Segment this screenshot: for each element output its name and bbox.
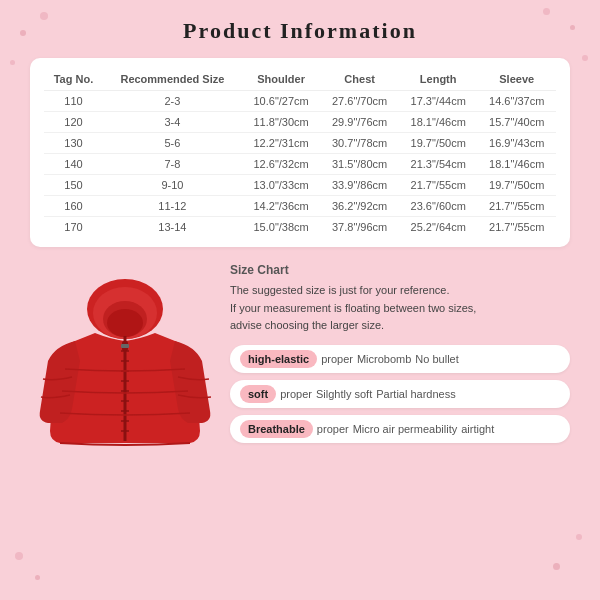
table-cell: 10.6"/27cm (242, 91, 321, 112)
table-cell: 15.7"/40cm (477, 112, 556, 133)
decoration-dot (35, 575, 40, 580)
decoration-dot (20, 30, 26, 36)
bottom-section: Size Chart The suggested size is just fo… (30, 261, 570, 501)
table-cell: 5-6 (103, 133, 242, 154)
table-header: Tag No.Recommended SizeShoulderChestLeng… (44, 68, 556, 91)
table-cell: 13-14 (103, 217, 242, 238)
decoration-dot (582, 55, 588, 61)
table-row: 16011-1214.2"/36cm36.2"/92cm23.6"/60cm21… (44, 196, 556, 217)
table-cell: 21.7"/55cm (477, 217, 556, 238)
table-cell: 170 (44, 217, 103, 238)
property-middle: proper (280, 388, 312, 400)
jacket-svg (30, 261, 220, 501)
table-row: 1305-612.2"/31cm30.7"/78cm19.7"/50cm16.9… (44, 133, 556, 154)
table-cell: 25.2"/64cm (399, 217, 478, 238)
size-table: Tag No.Recommended SizeShoulderChestLeng… (44, 68, 556, 237)
table-cell: 23.6"/60cm (399, 196, 478, 217)
table-cell: 19.7"/50cm (399, 133, 478, 154)
table-header-cell: Recommended Size (103, 68, 242, 91)
table-cell: 16.9"/43cm (477, 133, 556, 154)
decoration-dot (553, 563, 560, 570)
property-row: high-elasticproperMicrobombNo bullet (230, 345, 570, 373)
table-row: 1203-411.8"/30cm29.9"/76cm18.1"/46cm15.7… (44, 112, 556, 133)
table-cell: 3-4 (103, 112, 242, 133)
table-cell: 21.3"/54cm (399, 154, 478, 175)
page-container: Product Information Tag No.Recommended S… (0, 0, 600, 600)
table-cell: 17.3"/44cm (399, 91, 478, 112)
property-middle: proper (321, 353, 353, 365)
svg-point-3 (107, 309, 143, 337)
right-panel: Size Chart The suggested size is just fo… (230, 261, 570, 443)
decoration-dot (10, 60, 15, 65)
table-header-cell: Sleeve (477, 68, 556, 91)
table-cell: 36.2"/92cm (320, 196, 399, 217)
table-cell: 15.0"/38cm (242, 217, 321, 238)
table-cell: 27.6"/70cm (320, 91, 399, 112)
property-row: BreathableproperMicro air permeabilityai… (230, 415, 570, 443)
svg-rect-15 (121, 344, 129, 348)
table-cell: 37.8"/96cm (320, 217, 399, 238)
decoration-dot (570, 25, 575, 30)
property-item: Microbomb (357, 353, 411, 365)
size-chart-line-3: advise choosing the larger size. (230, 317, 570, 335)
property-middle: proper (317, 423, 349, 435)
size-chart-description: Size Chart The suggested size is just fo… (230, 261, 570, 335)
main-content: Product Information Tag No.Recommended S… (0, 0, 600, 519)
jacket-image (30, 261, 220, 501)
size-chart-title: Size Chart (230, 261, 570, 280)
table-cell: 120 (44, 112, 103, 133)
table-cell: 21.7"/55cm (399, 175, 478, 196)
table-cell: 29.9"/76cm (320, 112, 399, 133)
table-cell: 13.0"/33cm (242, 175, 321, 196)
table-cell: 18.1"/46cm (399, 112, 478, 133)
property-item: Partial hardness (376, 388, 456, 400)
size-chart-line-1: The suggested size is just for your refe… (230, 282, 570, 300)
table-cell: 12.6"/32cm (242, 154, 321, 175)
table-header-row: Tag No.Recommended SizeShoulderChestLeng… (44, 68, 556, 91)
table-cell: 14.2"/36cm (242, 196, 321, 217)
decoration-dot (15, 552, 23, 560)
table-cell: 12.2"/31cm (242, 133, 321, 154)
table-cell: 150 (44, 175, 103, 196)
table-header-cell: Shoulder (242, 68, 321, 91)
table-cell: 7-8 (103, 154, 242, 175)
table-body: 1102-310.6"/27cm27.6"/70cm17.3"/44cm14.6… (44, 91, 556, 238)
table-row: 1102-310.6"/27cm27.6"/70cm17.3"/44cm14.6… (44, 91, 556, 112)
table-header-cell: Chest (320, 68, 399, 91)
table-cell: 18.1"/46cm (477, 154, 556, 175)
table-cell: 11.8"/30cm (242, 112, 321, 133)
property-item: Silghtly soft (316, 388, 372, 400)
table-cell: 130 (44, 133, 103, 154)
table-header-cell: Tag No. (44, 68, 103, 91)
table-cell: 2-3 (103, 91, 242, 112)
property-row: softproperSilghtly softPartial hardness (230, 380, 570, 408)
table-row: 1509-1013.0"/33cm33.9"/86cm21.7"/55cm19.… (44, 175, 556, 196)
table-cell: 30.7"/78cm (320, 133, 399, 154)
table-cell: 11-12 (103, 196, 242, 217)
property-label: Breathable (240, 420, 313, 438)
table-row: 17013-1415.0"/38cm37.8"/96cm25.2"/64cm21… (44, 217, 556, 238)
table-row: 1407-812.6"/32cm31.5"/80cm21.3"/54cm18.1… (44, 154, 556, 175)
decoration-dot (543, 8, 550, 15)
table-cell: 9-10 (103, 175, 242, 196)
table-cell: 160 (44, 196, 103, 217)
size-table-wrapper: Tag No.Recommended SizeShoulderChestLeng… (30, 58, 570, 247)
size-chart-line-2: If your measurement is floating between … (230, 300, 570, 318)
property-label: high-elastic (240, 350, 317, 368)
table-cell: 31.5"/80cm (320, 154, 399, 175)
decoration-dot (40, 12, 48, 20)
table-cell: 110 (44, 91, 103, 112)
property-item: airtight (461, 423, 494, 435)
property-label: soft (240, 385, 276, 403)
page-title: Product Information (30, 18, 570, 44)
table-cell: 19.7"/50cm (477, 175, 556, 196)
table-cell: 21.7"/55cm (477, 196, 556, 217)
table-cell: 14.6"/37cm (477, 91, 556, 112)
table-header-cell: Length (399, 68, 478, 91)
property-item: No bullet (415, 353, 458, 365)
property-item: Micro air permeability (353, 423, 458, 435)
table-cell: 140 (44, 154, 103, 175)
table-cell: 33.9"/86cm (320, 175, 399, 196)
property-rows: high-elasticproperMicrobombNo bulletsoft… (230, 345, 570, 443)
decoration-dot (576, 534, 582, 540)
